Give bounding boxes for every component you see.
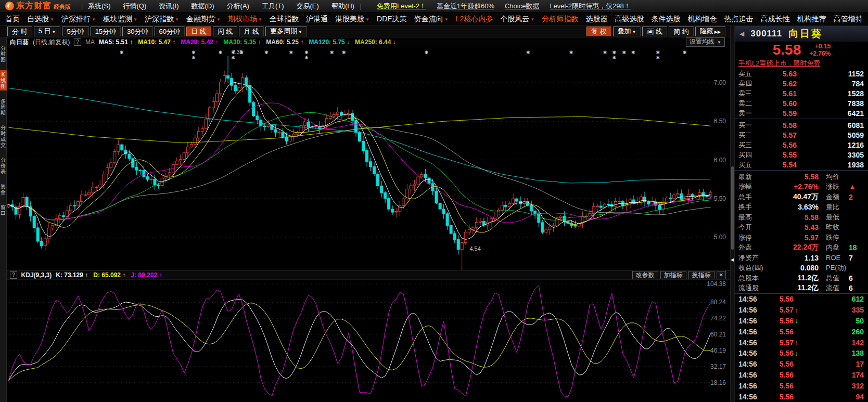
nav-item[interactable]: 沪深排行▼ <box>60 15 97 24</box>
nav-item[interactable]: 首页 <box>4 15 21 24</box>
menu-item[interactable]: 工具(T) <box>262 2 284 11</box>
event-marker-icon[interactable]: ✱ <box>526 50 530 55</box>
help-icon[interactable]: ? <box>74 38 81 46</box>
timeframe-button[interactable]: 日 线 <box>186 27 211 36</box>
event-marker-icon[interactable]: ✱ <box>656 50 660 55</box>
nav-item[interactable]: 港股美股▼ <box>334 15 371 24</box>
chevron-down-icon: ▼ <box>365 17 369 22</box>
event-marker-icon[interactable]: ✱ <box>289 50 293 55</box>
event-marker-icon[interactable]: ✱ <box>683 50 687 55</box>
nav-item[interactable]: 板块监测▼ <box>102 15 138 24</box>
nav-item[interactable]: 选股器 <box>584 15 608 24</box>
menu-item[interactable]: 分析(A) <box>227 2 249 11</box>
time-sales-list[interactable]: 14:565.5661214:565.57↑33514:565.56↓5014:… <box>735 293 868 402</box>
nav-item[interactable]: 沪深指数▼ <box>144 15 180 24</box>
nav-item[interactable]: 高级选股 <box>614 15 645 24</box>
event-marker-icon[interactable]: ✱ <box>231 55 235 60</box>
help-icon[interactable]: ? <box>10 271 17 279</box>
tick-volume: 142 <box>803 339 865 347</box>
tool-button[interactable]: 叠加▼ <box>613 27 641 36</box>
nav-item[interactable]: 期权市场▼ <box>227 15 263 24</box>
indicator-button[interactable]: 加指标 <box>660 271 686 279</box>
timeframe-button[interactable]: 15分钟 <box>91 27 121 36</box>
promo-link[interactable]: 免费用Level-2！ <box>377 2 426 11</box>
event-marker-icon[interactable]: ✱ <box>425 50 429 55</box>
timeframe-button[interactable]: 分 时 <box>7 27 32 36</box>
menu-item[interactable]: 系统(S) <box>88 2 110 11</box>
event-marker-icon[interactable]: ✱ <box>612 50 616 55</box>
event-marker-icon[interactable]: ✱ <box>219 50 223 55</box>
menu-item[interactable]: 数据(D) <box>192 2 214 11</box>
nav-item[interactable]: 高管增持 <box>833 15 864 24</box>
event-marker-icon[interactable]: ✱ <box>603 50 607 55</box>
event-marker-icon[interactable]: ✱ <box>304 55 309 60</box>
nav-item[interactable]: 自选股▼ <box>26 15 55 24</box>
nav-item[interactable]: L2核心内参 <box>455 15 494 24</box>
scrollbar-thumb[interactable] <box>731 166 734 250</box>
side-tab[interactable]: 资 金 <box>0 182 7 197</box>
timeframe-button[interactable]: 30分钟 <box>122 27 152 36</box>
timeframe-button[interactable]: 5分钟 <box>62 27 88 36</box>
change-percent: +2.76% <box>809 50 831 57</box>
nav-item[interactable]: 资金流向▼ <box>413 15 450 24</box>
panel-collapse-handle[interactable]: ◀ <box>731 258 734 262</box>
collapse-arrow-icon[interactable]: ◀ <box>739 30 744 37</box>
kdj-chart[interactable]: 104.3888.2474.2260.2146.1932.1718.16 <box>7 280 730 402</box>
event-marker-icon[interactable]: ✱ <box>192 50 196 55</box>
stat-value: 18 <box>849 243 868 252</box>
close-icon[interactable]: ✕ <box>717 271 726 279</box>
timeframe-button[interactable]: 60分钟 <box>155 27 185 36</box>
side-tab[interactable]: 分 时 成 交 <box>0 123 7 149</box>
vertical-scrollbar[interactable]: ◀ <box>730 26 735 402</box>
event-marker-icon[interactable]: ✱ <box>612 55 616 60</box>
nav-item[interactable]: 热点追击 <box>723 15 755 24</box>
side-tab[interactable]: K 线 图 <box>0 70 7 90</box>
event-marker-icon[interactable]: ✱ <box>569 50 573 55</box>
timeframe-button[interactable]: 更多周期▼ <box>265 27 307 36</box>
side-tab[interactable]: 分 时 图 <box>0 44 7 64</box>
indicator-button[interactable]: 换指标 <box>688 271 714 279</box>
event-marker-icon[interactable]: ✱ <box>264 50 269 55</box>
nav-item[interactable]: 条件选股 <box>650 15 682 24</box>
timeframe-button[interactable]: 5 日▼ <box>34 27 61 36</box>
promo-link[interactable]: 基金近1年赚超60% <box>437 2 494 11</box>
timeframe-button[interactable]: 周 线 <box>213 27 238 36</box>
event-marker-icon[interactable]: ✱ <box>192 55 196 60</box>
nav-item[interactable]: DDE决策 <box>376 15 408 24</box>
menu-item[interactable]: 资讯(I) <box>159 2 178 11</box>
tool-button[interactable]: 简 约 <box>669 27 694 36</box>
event-marker-icon[interactable]: ✱ <box>342 50 346 55</box>
tool-button[interactable]: 画 线 <box>642 27 667 36</box>
nav-item[interactable]: 全球指数 <box>269 15 300 24</box>
candle-chart[interactable]: 7.006.506.005.505.00✱✱✱✱✱✱✱✱✱✱✱✱✱✱✱✱✱✱✱✱… <box>7 47 730 270</box>
menu-item[interactable]: 行情(Q) <box>123 2 146 11</box>
nav-item[interactable]: 机构增仓 <box>687 15 718 24</box>
nav-item[interactable]: 分析师指数 <box>541 15 579 24</box>
promo-link[interactable]: Level-2限时特惠，仅298！ <box>550 2 630 11</box>
tool-button[interactable]: 复 权 <box>586 27 611 36</box>
nav-item[interactable]: 高成长性 <box>760 15 791 24</box>
side-tab[interactable]: 分 价 表 <box>0 155 7 176</box>
nav-item[interactable]: 个股风云▼ <box>499 15 535 24</box>
event-marker-icon[interactable]: ✱ <box>631 50 635 55</box>
event-marker-icon[interactable]: ✱ <box>120 50 124 55</box>
indicator-button[interactable]: 改参数 <box>632 271 658 279</box>
event-marker-icon[interactable]: ✱ <box>304 50 309 55</box>
event-marker-icon[interactable]: ✱ <box>330 50 334 55</box>
event-marker-icon[interactable]: ✱ <box>656 55 660 60</box>
promo-link[interactable]: Choice数据 <box>505 2 539 11</box>
nav-item[interactable]: 金融期货▼ <box>185 15 222 24</box>
panel-promo-link[interactable]: 手机L2重磅上市，限时免费 <box>735 58 868 69</box>
side-tab[interactable]: 窗 口 <box>0 203 7 217</box>
ma-settings-button[interactable]: 设置均线 ▼ <box>686 37 725 47</box>
event-marker-icon[interactable]: ✱ <box>622 50 626 55</box>
stat-row: 涨停5.97跌停 <box>735 232 868 243</box>
menu-item[interactable]: 帮助(H) <box>331 2 354 11</box>
nav-item[interactable]: 沪港通 <box>305 15 329 24</box>
timeframe-button[interactable]: 月 线 <box>239 27 264 36</box>
tool-button[interactable]: 隐藏▶▶ <box>695 27 725 36</box>
tick-row: 14:565.57↑142 <box>735 337 868 348</box>
menu-item[interactable]: 交易(E) <box>297 2 319 11</box>
nav-item[interactable]: 机构推荐 <box>796 15 827 24</box>
side-tab[interactable]: 多 周 期 <box>0 97 7 117</box>
